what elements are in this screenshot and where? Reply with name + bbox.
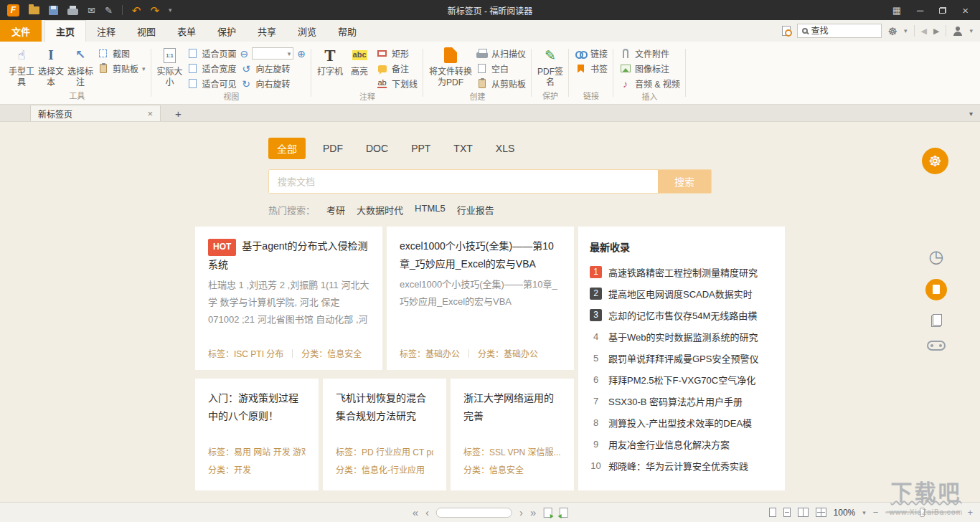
tab-share[interactable]: 共享 [247,20,287,42]
save-icon[interactable] [49,6,58,15]
hot-term[interactable]: 行业报告 [457,203,494,217]
zoom-out-icon[interactable]: ⊖ [240,48,249,60]
user-account-icon[interactable] [953,27,963,36]
note-button[interactable]: 备注 [376,62,418,75]
latest-item[interactable]: 10 郑晓峰：华为云计算安全优秀实践 [590,455,773,476]
tab-browse[interactable]: 浏览 [287,20,327,42]
history-clock-icon[interactable]: ◷ [929,248,944,265]
tab-home[interactable]: 主页 [44,20,86,42]
underline-button[interactable]: ab 下划线 [376,77,418,90]
edit-icon[interactable]: ✎ [105,6,113,15]
close-tab-icon[interactable]: × [147,108,153,119]
gamepad-icon[interactable] [927,341,946,351]
latest-item[interactable]: 8 测算投入-产出型技术效率的DEA模 [590,412,773,433]
file-menu-button[interactable]: 文件 [0,20,42,42]
find-input[interactable] [811,26,877,36]
document-tab-newtab[interactable]: 新标签页 × [30,105,161,121]
facing-view-icon[interactable] [798,508,809,517]
audio-video-button[interactable]: ♪ 音频 & 视频 [619,77,680,90]
tab-protect[interactable]: 保护 [207,20,247,42]
doc-card[interactable]: HOT基于agent的分布式入侵检测系统 杜瑞忠 1 ,刘迅芳 2 ,刘振鹏 1… [195,227,382,370]
zoom-in-icon[interactable]: ⊕ [297,48,306,60]
from-clipboard-button[interactable]: 从剪贴板 [476,77,526,90]
latest-item[interactable]: 1 高速铁路精密工程控制测量精度研究 [590,261,773,283]
next-page-icon[interactable]: › [519,507,523,518]
undo-icon[interactable]: ↶ [132,5,141,16]
rotate-left-button[interactable]: ↺ 向左旋转 [240,62,306,75]
fit-width-button[interactable]: 适合宽度 [187,62,237,75]
filter-doc[interactable]: DOC [360,140,394,157]
select-text-button[interactable]: I 选择文本 [38,43,64,88]
close-icon[interactable]: × [962,5,969,16]
previous-page-icon[interactable]: ‹ [425,507,429,518]
tab-help[interactable]: 帮助 [327,20,367,42]
advanced-search-icon[interactable] [782,26,791,36]
latest-item[interactable]: 2 提高地区电网调度SCADA数据实时 [590,283,773,304]
zoom-percentage[interactable]: 100% [834,508,856,518]
search-button[interactable]: 搜索 [658,170,711,193]
email-icon[interactable]: ✉ [88,6,95,15]
filter-xls[interactable]: XLS [490,140,520,157]
hot-term[interactable]: 考研 [326,203,345,217]
actual-size-button[interactable]: 实际大小 [157,43,183,88]
zoom-in-icon[interactable]: + [967,507,973,518]
facing-continuous-view-icon[interactable] [816,508,826,517]
tab-view[interactable]: 视图 [126,20,166,42]
filter-pdf[interactable]: PDF [317,140,349,157]
latest-item[interactable]: 4 基于Web的实时数据监测系统的研究 [590,326,773,347]
doc-card[interactable]: 入门：游戏策划过程中的八个原则！ 标签：易用 网站 开发 游戏 分类：开发 [195,379,319,490]
continuous-view-icon[interactable] [783,508,791,517]
select-annotation-button[interactable]: ↖ 选择标注 [67,43,93,88]
latest-item[interactable]: 3 忘却的记忆市售仅存54M无线路由横 [590,304,773,326]
document-fab-icon[interactable] [925,279,947,300]
rectangle-button[interactable]: 矩形 [376,47,418,60]
zoom-level-combobox[interactable]: ▾ [252,47,293,60]
convert-to-pdf-button[interactable]: 将文件转换为PDF [429,43,472,88]
hand-tool-button[interactable]: ☝ 手型工具 [9,43,34,88]
blank-page-button[interactable]: 空白 [476,62,526,75]
typewriter-button[interactable]: T 打字机 [317,43,343,77]
filter-all[interactable]: 全部 [268,138,306,159]
open-file-icon[interactable] [29,6,39,14]
apps-grid-icon[interactable]: ▦ [892,6,901,15]
link-button[interactable]: 链接 [575,47,608,60]
page-number-input[interactable] [436,508,512,518]
rotate-right-button[interactable]: ↻ 向右旋转 [240,77,306,90]
forward-icon[interactable]: ▶ [933,27,939,36]
fit-page-button[interactable]: 适合页面 [187,47,237,60]
latest-item[interactable]: 7 SSX30-B 密码算法芯片用户手册 [590,390,773,412]
find-box[interactable] [797,24,882,38]
previous-view-icon[interactable] [543,508,552,518]
tab-comment[interactable]: 注释 [86,20,126,42]
latest-item[interactable]: 5 跟罚单说拜拜评威曼GPS安全预警仪 [590,347,773,369]
filter-txt[interactable]: TXT [448,140,478,157]
doc-card[interactable]: excel1000个小技巧(全集)——第10章_巧妙应用_Excel的宏与VBA… [387,227,574,370]
last-page-icon[interactable]: » [530,507,536,518]
minimize-icon[interactable]: ─ [917,6,923,15]
gear-caret-icon[interactable]: ▾ [904,27,908,34]
documents-stack-icon[interactable] [931,314,942,327]
first-page-icon[interactable]: « [413,507,418,518]
doc-card[interactable]: 浙江大学网络运用的完善 标签：SSL VPN 深信服... 分类：信息安全 [451,379,574,490]
gear-icon[interactable]: ☸ [888,26,897,37]
bookmark-button[interactable]: 书签 [575,62,608,75]
back-icon[interactable]: ◀ [921,27,927,36]
hot-term[interactable]: 大数据时代 [357,203,403,217]
file-attachment-button[interactable]: 文件附件 [619,47,680,60]
latest-item[interactable]: 9 用友冶金行业信息化解决方案 [590,433,773,455]
pdf-sign-button[interactable]: ✎ PDF签名 [537,43,563,88]
doc-card[interactable]: 飞机计划恢复的混合集合规划方法研究 标签：PD 行业应用 CT pd... 分类… [323,379,446,490]
image-annotation-button[interactable]: 图像标注 [619,62,680,75]
search-input[interactable] [269,170,658,193]
zoom-out-icon[interactable]: − [873,507,879,518]
single-page-view-icon[interactable] [769,508,776,517]
tab-list-caret-icon[interactable]: ▾ [969,110,973,118]
latest-item[interactable]: 6 拜拜PM2.5松下F-VXG70C空气净化 [590,369,773,390]
snapshot-button[interactable]: 截图 [97,47,146,60]
user-caret-icon[interactable]: ▾ [969,27,973,34]
next-view-icon[interactable] [559,508,567,518]
print-icon[interactable] [67,9,78,15]
settings-fab[interactable]: ☸ [922,148,948,174]
from-scanner-button[interactable]: 从扫描仪 [476,47,526,60]
new-tab-button[interactable]: + [175,108,182,119]
